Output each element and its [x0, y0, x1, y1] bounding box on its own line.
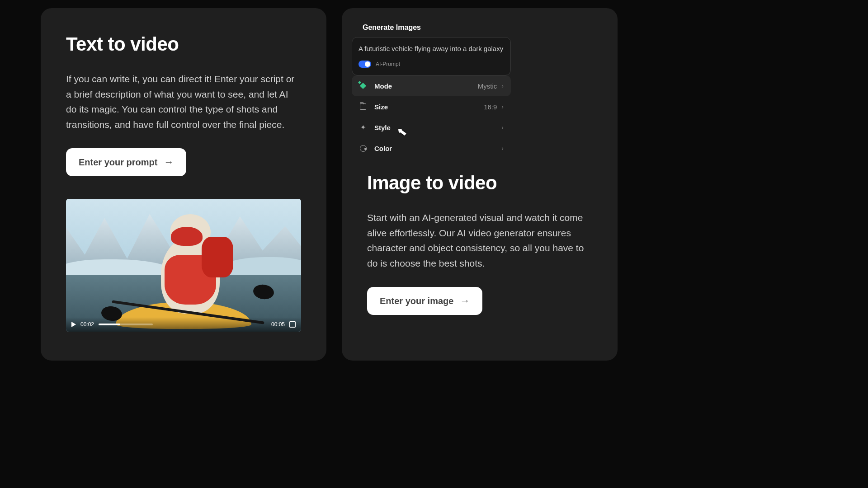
arrow-right-icon: →: [460, 295, 470, 307]
text-to-video-card: Text to video If you can write it, you c…: [41, 8, 326, 361]
video-thumbnail: [66, 199, 301, 332]
wand-icon: ✦: [359, 123, 367, 131]
video-current-time: 00:02: [80, 321, 94, 328]
style-row[interactable]: ✦ Style ›: [352, 117, 511, 138]
enter-image-label: Enter your image: [380, 296, 453, 306]
text-to-video-description: If you can write it, you can direct it! …: [66, 71, 301, 132]
aspect-ratio-icon: [359, 103, 367, 111]
play-icon[interactable]: [71, 322, 76, 327]
video-duration: 00:05: [271, 321, 285, 328]
ai-prompt-toggle[interactable]: [359, 61, 371, 68]
image-to-video-title: Image to video: [367, 172, 592, 194]
prompt-text: A futuristic vehicle flying away into a …: [359, 45, 504, 52]
video-controls: 00:02 00:05: [66, 317, 301, 332]
color-row[interactable]: Color ›: [352, 138, 511, 159]
sparkle-icon: [359, 82, 367, 90]
text-to-video-title: Text to video: [66, 33, 301, 55]
arrow-right-icon: →: [164, 156, 174, 168]
ai-prompt-toggle-label: AI-Prompt: [376, 61, 400, 67]
chevron-right-icon: ›: [501, 82, 504, 89]
size-label: Size: [374, 103, 388, 111]
style-label: Style: [374, 124, 391, 131]
generate-images-panel: Generate Images A futuristic vehicle fly…: [352, 16, 511, 159]
image-to-video-card: Generate Images A futuristic vehicle fly…: [342, 8, 618, 361]
generate-images-heading: Generate Images: [352, 16, 511, 37]
enter-image-button[interactable]: Enter your image →: [367, 287, 482, 315]
mode-value: Mystic: [478, 82, 497, 90]
prompt-box[interactable]: A futuristic vehicle flying away into a …: [352, 37, 511, 75]
image-to-video-description: Start with an AI-generated visual and wa…: [367, 210, 592, 271]
mode-row[interactable]: Mode Mystic ›: [352, 75, 511, 96]
palette-icon: [359, 144, 367, 152]
mode-label: Mode: [374, 82, 392, 90]
video-preview[interactable]: 00:02 00:05: [66, 199, 301, 332]
chevron-right-icon: ›: [501, 145, 504, 152]
chevron-right-icon: ›: [501, 103, 504, 110]
enter-prompt-button[interactable]: Enter your prompt →: [66, 148, 186, 176]
fullscreen-icon[interactable]: [289, 321, 296, 328]
enter-prompt-label: Enter your prompt: [79, 157, 157, 168]
size-row[interactable]: Size 16:9 ›: [352, 96, 511, 117]
color-label: Color: [374, 145, 392, 152]
size-value: 16:9: [484, 103, 497, 111]
chevron-right-icon: ›: [501, 124, 504, 131]
video-seek-bar[interactable]: [99, 324, 153, 325]
